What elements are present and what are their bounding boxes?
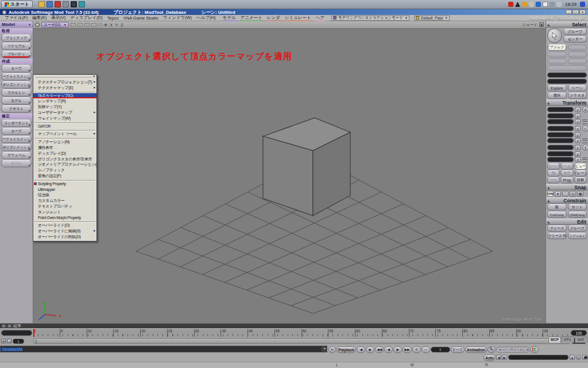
cns-comp-button[interactable]: CnsComp [547,212,567,218]
mark-parameter-icon[interactable] [530,346,539,353]
frame-back-button[interactable]: ◀ [357,346,365,353]
selection-button[interactable]: 選択 [547,93,567,99]
timeline-end-field[interactable]: 100 [571,330,587,336]
frame-number-field[interactable]: 1 [431,347,450,352]
transform-mode-button[interactable]: 参照 [560,170,573,177]
up-arrow-icon[interactable]: ▲ [570,355,575,360]
y-axis-toggle[interactable]: y [575,113,581,118]
key-target-field[interactable]: マークパラメータにキー [496,347,529,352]
translate-options-icon[interactable] [582,158,587,162]
constrain-panel-header[interactable]: ◣ Constrain [546,197,588,204]
toolbar-button[interactable]: プリミティブ◢ [1,34,32,42]
flag-tray-icon[interactable] [550,2,555,7]
mcp-tab[interactable]: MCP [548,336,561,343]
z-axis-toggle[interactable]: z [575,119,581,124]
transform-mode-button[interactable]: 軸 [547,170,560,177]
context-menu-item[interactable]: ✕アノテーション(N) [33,139,96,145]
menu-xna-game-studio[interactable]: XNA Game Studio [121,16,161,21]
memo-cam-button[interactable] [78,23,83,27]
command-history-dropdown-icon[interactable]: ▼ [321,346,327,352]
viewport[interactable]: ユーザ(U) ▼ 🖵 👁 X Y Z シェード ▣ [33,21,546,323]
cluster-button[interactable]: クラスタ [568,93,587,99]
volume-icon[interactable] [556,2,562,7]
command-line[interactable]: DeselectAll ▼ [0,346,327,352]
caps-kana-icon[interactable] [543,2,548,7]
context-menu-item[interactable]: ✕属性表示 [33,145,96,151]
context-menu-item[interactable]: ✕オーバーライド(O) [33,223,96,228]
timeline-tool-icon[interactable] [2,324,6,328]
loop-button[interactable]: ↺ [412,346,421,353]
toolbar-button[interactable]: モデル◢ [1,160,32,167]
display-mode-icon[interactable]: 🖵 [98,22,102,27]
construction-mode-select[interactable]: モデリングコンストラクションモード ▼ [331,16,409,21]
toolbar-mode-tab[interactable]: ヘア [314,15,327,21]
snap-curve-icon[interactable]: ⌒ [562,191,568,197]
rotate-tool-button[interactable]: r [582,125,588,132]
scale-options-icon[interactable] [582,120,587,124]
group-button[interactable]: グループ [563,29,587,35]
transform-mode-button[interactable]: プレーン [574,170,587,177]
memo-cam-button[interactable] [91,23,96,27]
context-menu-item[interactable]: ✕頂点カラーマップ(C) [33,93,96,99]
axis-z-button[interactable]: Z [120,23,123,27]
play-backward-button[interactable]: ◀ [384,346,393,353]
animation-menu-button[interactable]: Animation [465,346,487,353]
context-menu-item[interactable]: ✕オーバーライドの削除(D) [33,234,96,240]
toolbar-button[interactable]: カーブ◢ [1,65,32,72]
toolbar-button[interactable]: マテリアル◢ [1,43,32,50]
selection-text-field[interactable] [547,79,587,84]
context-menu-item[interactable]: ✕ユーザデータマップ [33,110,96,116]
maximize-button[interactable]: □ [572,10,579,14]
context-menu-item[interactable]: ✕ [33,75,96,79]
filter-empty-slot[interactable] [568,45,587,51]
scale-x-field[interactable] [547,107,574,112]
transform-mode-button[interactable]: ビュー [574,163,587,170]
select-panel-header[interactable]: ◣ Select [546,21,588,28]
z-axis-toggle[interactable]: z [575,157,581,162]
memo-cam-button[interactable] [84,23,90,27]
child-comp-button[interactable]: ChildComp [568,212,587,218]
close-button[interactable]: × [579,10,586,14]
timeline-ruler[interactable]: 1 5101520253035404550556065707580859095 [33,329,570,337]
menu-edit[interactable]: 編集(E) [30,15,49,21]
view-select[interactable]: ユーザ(U) ▼ [41,22,69,28]
context-menu-item[interactable]: ✕GATOR [33,124,96,129]
network-icon[interactable] [580,2,585,7]
link-icon[interactable]: ⊕ [1,339,6,343]
toolbar-mode-tab[interactable]: シミュレート [283,15,314,21]
scale-y-field[interactable] [547,113,574,118]
snap-panel-header[interactable]: ◣ Snap [546,184,588,190]
next-icon[interactable]: ▶ [502,355,507,360]
pointer-tool-button[interactable] [547,28,562,43]
transform-mode-button[interactable]: Prop [560,177,573,183]
menu-display[interactable]: ディスプレイ(D) [68,15,105,21]
translate-x-field[interactable] [547,145,574,150]
context-menu-item[interactable]: ✕対称マップ(Y) [33,104,96,110]
softimage-task-icon[interactable] [71,1,77,7]
center-button[interactable]: センター [563,36,587,43]
toolbar-button[interactable]: カーブ◢ [1,128,32,135]
visibility-eye-icon[interactable]: 👁 [104,23,108,27]
edit-group-button[interactable]: グループ [568,225,587,232]
translate-tool-button[interactable]: t [582,144,588,151]
transform-mode-button[interactable]: COG [547,177,560,183]
filter-empty-slot[interactable] [568,59,587,64]
lock-icon[interactable] [582,355,587,360]
constrain-cut-button[interactable]: カット [568,204,587,210]
mcp-tab[interactable]: MAT [575,336,587,343]
snap-point-icon[interactable]: ● [555,191,561,197]
menu-window[interactable]: ウィンドウ(W) [161,15,194,21]
context-menu-item[interactable]: ✕レンダマップ(R) [33,98,96,104]
context-menu-item[interactable]: ✕テクスチャプロジェクション(T) [33,79,96,85]
toolbar-button[interactable]: デフォーム◢ [1,152,32,159]
snap-facet-icon[interactable]: ◎ [570,191,576,197]
play-forward-button[interactable]: ▶ [393,346,402,353]
y-axis-toggle[interactable]: y [575,132,581,137]
toolbar-button[interactable]: スケルトン◢ [1,89,32,97]
context-menu-item[interactable]: ✕オーバーライドに格納(S) [33,228,96,234]
toolbar-button[interactable]: プロパティ◢ [1,51,32,58]
x-axis-toggle[interactable]: x [575,126,581,131]
toolbar-button[interactable]: モデル◢ [1,97,32,105]
context-menu-item[interactable]: ✕テクスチャマップ(E) [33,85,96,91]
snap-grid-icon[interactable]: ▦ [577,191,583,197]
